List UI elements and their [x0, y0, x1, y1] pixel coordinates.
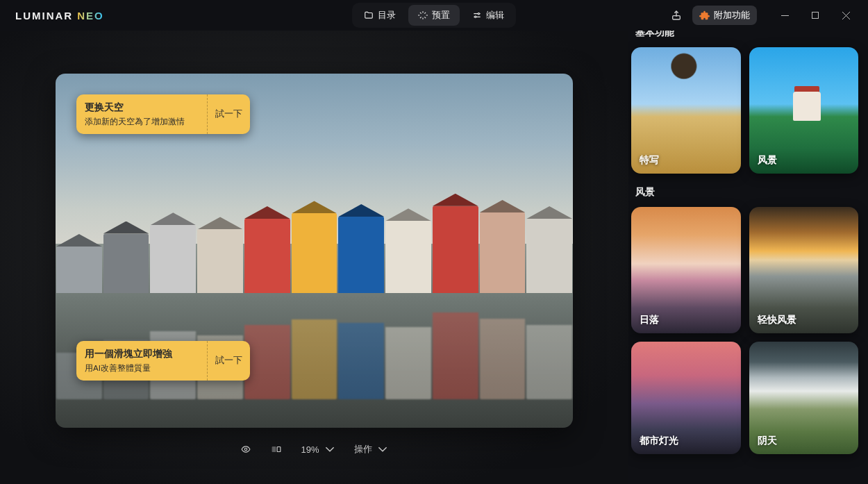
- tip-enhance-subtitle: 用AI改善整體質量: [85, 363, 199, 374]
- tab-edit-label: 编辑: [486, 9, 504, 22]
- photo-house: [244, 219, 290, 293]
- preset-card-sunset[interactable]: 日落: [631, 207, 741, 333]
- svg-rect-9: [278, 447, 281, 452]
- preset-label: 特写: [640, 154, 659, 167]
- viewer-toolbar: 19% 操作: [240, 443, 388, 456]
- preset-grid-landscape: 日落 轻快风景 都市灯光 阴天: [631, 207, 858, 457]
- viewer-area: 更换天空 添加新的天空為了增加激情 試一下 用一個滑塊立即增強 用AI改善整體質…: [0, 31, 628, 484]
- preset-grid-basic: 特写 风景: [631, 47, 858, 174]
- preset-label: 都市灯光: [640, 435, 678, 447]
- photo-house: [103, 234, 149, 294]
- chevron-down-icon: [324, 444, 336, 454]
- photo-house: [480, 212, 526, 293]
- tab-catalog[interactable]: 目录: [354, 5, 406, 26]
- logo-word-luminar: LUMINAR: [15, 10, 73, 22]
- svg-point-7: [245, 448, 248, 451]
- maximize-icon: [812, 12, 819, 19]
- sliders-icon: [472, 10, 482, 20]
- preset-section-basic-title: 基本功能: [635, 31, 858, 39]
- preset-card-easy-landscape[interactable]: 轻快风景: [749, 207, 859, 333]
- tab-presets[interactable]: 预置: [408, 5, 460, 26]
- photo-house: [338, 217, 384, 293]
- toggle-preview-button[interactable]: [240, 444, 252, 454]
- addon-label: 附加功能: [714, 9, 750, 22]
- titlebar: LUMINAR NEO 目录 预置 编辑 附加功能: [0, 0, 868, 31]
- preset-card-overcast[interactable]: 阴天: [749, 342, 859, 454]
- share-icon: [671, 10, 682, 21]
- svg-point-0: [478, 13, 479, 15]
- close-icon: [842, 12, 850, 19]
- preset-card-portrait[interactable]: 特写: [631, 47, 741, 174]
- photo-house: [150, 225, 196, 293]
- addon-button[interactable]: 附加功能: [692, 6, 757, 25]
- photo-preview[interactable]: 更换天空 添加新的天空為了增加激情 試一下 用一個滑塊立即增強 用AI改善整體質…: [56, 74, 573, 428]
- compare-icon: [270, 444, 283, 454]
- preset-label: 阴天: [758, 435, 777, 447]
- tip-enhance-title: 用一個滑塊立即增強: [85, 348, 199, 360]
- presets-panel[interactable]: 基本功能 特写 风景 风景 日落 轻快风景 都市灯光 阴天: [628, 31, 868, 484]
- folder-icon: [364, 10, 374, 20]
- photo-house: [292, 213, 337, 293]
- tip-card-body: 用一個滑塊立即增強 用AI改善整體質量: [76, 341, 207, 381]
- tip-enhance-try-button[interactable]: 試一下: [207, 341, 250, 381]
- photo-house: [56, 247, 102, 293]
- actions-dropdown[interactable]: 操作: [354, 443, 389, 456]
- logo-word-neo: NEO: [77, 10, 104, 22]
- sparkle-icon: [418, 10, 428, 20]
- app-body: 更换天空 添加新的天空為了增加激情 試一下 用一個滑塊立即增強 用AI改善整體質…: [0, 31, 868, 484]
- preset-section-landscape-title: 风景: [635, 186, 858, 199]
- tip-card-enhance: 用一個滑塊立即增強 用AI改善整體質量 試一下: [76, 341, 250, 381]
- preset-label: 轻快风景: [758, 314, 796, 326]
- svg-rect-8: [273, 447, 276, 452]
- tip-sky-subtitle: 添加新的天空為了增加激情: [85, 117, 199, 127]
- share-button[interactable]: [666, 5, 687, 26]
- main-tabs: 目录 预置 编辑: [352, 3, 516, 28]
- tip-sky-try-button[interactable]: 試一下: [207, 94, 250, 134]
- photo-house: [433, 206, 478, 293]
- zoom-dropdown[interactable]: 19%: [301, 444, 335, 455]
- photo-house: [197, 229, 243, 293]
- photo-house: [526, 219, 572, 293]
- photo-house: [385, 221, 431, 293]
- minimize-icon: [781, 12, 789, 19]
- photo-houses: [56, 187, 573, 293]
- preset-label: 风景: [758, 154, 777, 167]
- actions-label: 操作: [354, 443, 372, 456]
- tip-card-body: 更换天空 添加新的天空為了增加激情: [76, 94, 207, 134]
- compare-button[interactable]: [270, 444, 283, 454]
- svg-rect-4: [812, 12, 819, 19]
- svg-point-1: [475, 16, 476, 17]
- tab-edit[interactable]: 编辑: [462, 5, 514, 26]
- preset-card-city-lights[interactable]: 都市灯光: [631, 342, 741, 454]
- close-button[interactable]: [831, 5, 861, 26]
- chevron-down-icon: [376, 444, 389, 454]
- tab-presets-label: 预置: [432, 9, 450, 22]
- minimize-button[interactable]: [769, 5, 800, 26]
- titlebar-right: 附加功能: [666, 5, 861, 26]
- preset-card-landscape[interactable]: 风景: [749, 47, 859, 174]
- tab-catalog-label: 目录: [378, 9, 396, 22]
- puzzle-icon: [699, 10, 710, 21]
- maximize-button[interactable]: [800, 5, 831, 26]
- window-controls: [769, 5, 861, 26]
- zoom-value: 19%: [301, 444, 319, 455]
- tip-card-sky: 更换天空 添加新的天空為了增加激情 試一下: [76, 94, 250, 134]
- app-logo: LUMINAR NEO: [15, 10, 104, 22]
- tip-sky-title: 更换天空: [85, 101, 199, 114]
- preset-label: 日落: [640, 314, 659, 326]
- eye-icon: [240, 444, 252, 454]
